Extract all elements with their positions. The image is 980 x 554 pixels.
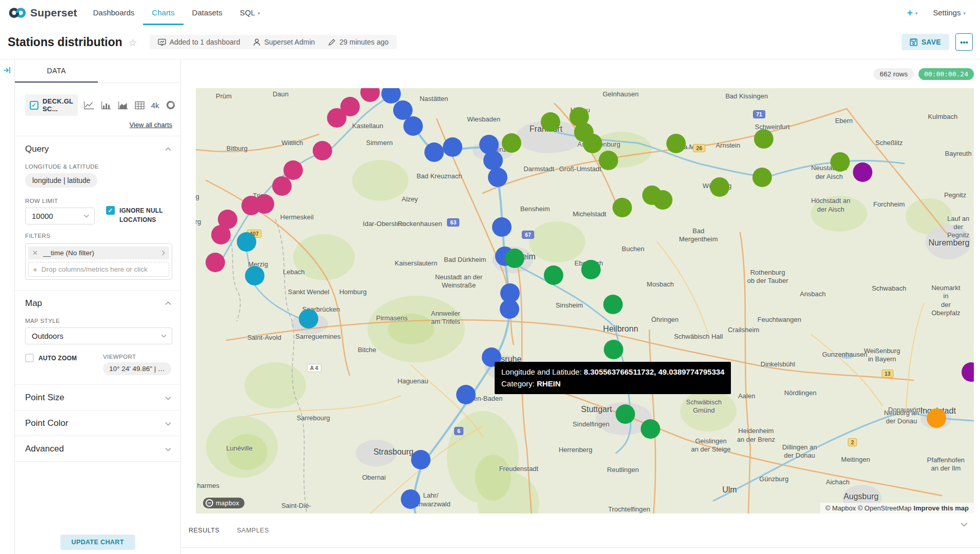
map-point-olive[interactable] — [599, 151, 618, 170]
city-label: Buchen — [622, 245, 644, 253]
collapse-results-icon[interactable] — [961, 520, 968, 529]
map-point-green[interactable] — [505, 249, 524, 268]
remove-filter-icon[interactable]: ✕ — [32, 249, 38, 257]
map-point-olive[interactable] — [710, 177, 729, 197]
city-label: rg — [196, 218, 201, 226]
city-label: Nördlingen — [784, 389, 816, 397]
tab-results[interactable]: RESULTS — [189, 527, 219, 534]
map-point-olive[interactable] — [653, 190, 672, 210]
map-point-olive[interactable] — [502, 133, 521, 153]
map-point-blue[interactable] — [492, 217, 512, 237]
favorite-star-icon[interactable]: ☆ — [129, 37, 137, 49]
map-point-green[interactable] — [603, 295, 623, 314]
checkbox-checked-icon: ✓ — [106, 206, 115, 215]
superset-explore-window: Superset DashboardsChartsDatasetsSQL▾ +▾… — [0, 0, 980, 554]
map-point-olive[interactable] — [612, 198, 632, 217]
map-point-pink[interactable] — [313, 141, 332, 160]
nav-item-settings[interactable]: Settings▾ — [932, 8, 967, 17]
map-point-blue[interactable] — [483, 151, 503, 170]
deckgl-map[interactable]: PrümDaunNastättenGelnhausenBad Kissingen… — [196, 88, 974, 514]
view-all-charts-link[interactable]: View all charts — [15, 116, 180, 136]
attribution-text[interactable]: © Mapbox © OpenStreetMap — [825, 504, 911, 512]
map-point-olive[interactable] — [583, 134, 602, 153]
map-point-pink[interactable] — [272, 176, 292, 196]
table-icon[interactable] — [135, 101, 145, 110]
area-chart-icon[interactable] — [118, 101, 128, 110]
viz-type-selected[interactable]: ✓ DECK.GL SC... — [25, 94, 78, 116]
improve-map-link[interactable]: Improve this map — [913, 504, 969, 512]
city-label: Mosbach — [647, 280, 674, 289]
section-point-color[interactable]: Point Color — [15, 411, 180, 436]
map-point-pink[interactable] — [327, 108, 346, 128]
map-point-blue[interactable] — [411, 450, 431, 469]
nav-item-dashboards[interactable]: Dashboards — [84, 0, 143, 25]
map-point-pink[interactable] — [241, 196, 261, 215]
map-point-orange[interactable] — [927, 408, 946, 428]
more-options-button[interactable]: ••• — [955, 33, 973, 51]
map-point-cyan[interactable] — [299, 309, 318, 329]
bar-chart-icon[interactable] — [101, 101, 111, 110]
map-point-blue[interactable] — [424, 142, 444, 162]
map-point-cyan[interactable] — [245, 266, 264, 285]
map-point-olive[interactable] — [666, 134, 686, 153]
query-rowinfo: 662 rows 00:00:00.24 — [873, 68, 974, 80]
row-limit-select[interactable]: 10000 — [25, 208, 95, 224]
tab-samples[interactable]: SAMPLES — [237, 527, 269, 534]
map-point-green[interactable] — [616, 404, 635, 424]
superset-logo[interactable]: Superset — [0, 7, 84, 19]
viz-type-row: ✓ DECK.GL SC... 4k — [15, 83, 180, 116]
line-chart-icon[interactable] — [84, 101, 94, 110]
ignore-null-checkbox[interactable]: ✓ IGNORE NULL LOCATIONS — [106, 206, 172, 224]
map-style-label: MAP STYLE — [15, 316, 180, 327]
donut-icon[interactable] — [166, 100, 175, 110]
map-style-select[interactable]: Outdoors — [25, 327, 172, 344]
map-point-purple[interactable] — [853, 162, 872, 182]
section-point-size[interactable]: Point Size — [15, 385, 180, 410]
map-point-cyan[interactable] — [237, 232, 256, 252]
nav-item-datasets[interactable]: Datasets — [183, 0, 231, 25]
nav-item-charts[interactable]: Charts — [143, 0, 183, 25]
dashboard-icon — [158, 38, 166, 46]
map-point-blue[interactable] — [456, 385, 476, 404]
map-point-olive[interactable] — [541, 112, 560, 132]
section-advanced[interactable]: Advanced — [15, 436, 180, 461]
section-title: Advanced — [25, 444, 64, 454]
map-point-pink[interactable] — [206, 253, 225, 272]
nav-item-label: Settings — [933, 8, 961, 17]
map-point-green[interactable] — [641, 419, 660, 439]
filters-drop-zone[interactable]: + Drop columns/metrics here or click — [28, 262, 169, 277]
city-label: Meitingen — [841, 456, 870, 464]
section-map[interactable]: Map — [15, 291, 180, 316]
road-badge: 2 — [848, 438, 857, 446]
viz-type-4k[interactable]: 4k — [151, 101, 159, 110]
map-point-green[interactable] — [604, 340, 623, 359]
mapbox-logo[interactable]: m mapbox — [203, 498, 244, 508]
viewport-pill[interactable]: 10° 24' 49.86" | … — [103, 362, 171, 375]
nav-item-sql[interactable]: SQL▾ — [231, 0, 269, 25]
map-point-green[interactable] — [581, 260, 601, 279]
map-point-green[interactable] — [544, 265, 563, 285]
tab-data[interactable]: DATA — [15, 59, 98, 83]
chevron-down-icon — [165, 418, 171, 428]
map-point-olive[interactable] — [830, 152, 850, 172]
map-point-blue[interactable] — [500, 299, 519, 319]
save-button[interactable]: SAVE — [902, 34, 949, 50]
auto-zoom-checkbox[interactable]: AUTO ZOOM — [25, 354, 92, 375]
filter-chip-time[interactable]: ✕ __time (No filter) — [28, 247, 169, 259]
collapse-panel-icon[interactable] — [3, 67, 11, 76]
map-point-blue[interactable] — [488, 168, 507, 187]
update-chart-button[interactable]: UPDATE CHART — [60, 535, 135, 550]
map-point-olive[interactable] — [754, 129, 773, 149]
mapbox-wordmark: mapbox — [216, 500, 239, 507]
superset-infinity-icon — [9, 7, 26, 19]
map-point-blue[interactable] — [403, 116, 423, 136]
city-label: Neuburg an der Donau — [884, 408, 919, 425]
map-point-pink[interactable] — [211, 225, 231, 244]
section-query[interactable]: Query — [15, 136, 180, 161]
map-point-blue[interactable] — [443, 137, 462, 157]
lonlat-pill[interactable]: longitude | latitude — [25, 173, 97, 188]
map-point-blue[interactable] — [401, 489, 420, 509]
new-item-button[interactable]: +▾ — [906, 7, 919, 18]
chevron-down-icon: ▾ — [915, 11, 918, 16]
map-point-olive[interactable] — [752, 168, 772, 187]
